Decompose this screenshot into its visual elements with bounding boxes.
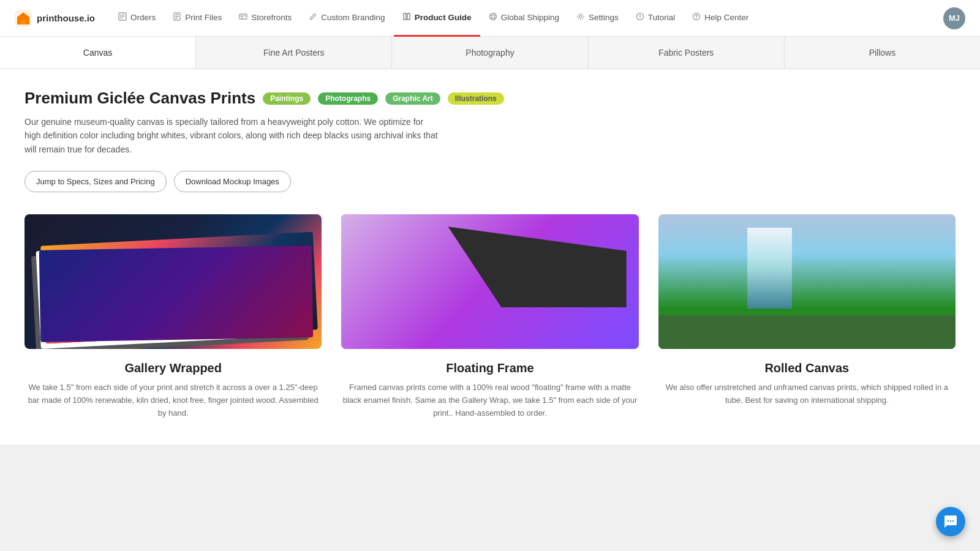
global-shipping-icon xyxy=(489,12,497,23)
card-floating-frame: Floating Frame Framed canvas prints come… xyxy=(341,214,638,419)
card-image-floating-frame xyxy=(341,214,638,349)
nav-tutorial[interactable]: Tutorial xyxy=(627,0,684,37)
page-title: Premium Giclée Canvas Prints xyxy=(24,89,255,108)
cards-grid: Gallery Wrapped We take 1.5" from each s… xyxy=(24,214,956,419)
card-gallery-wrapped: Gallery Wrapped We take 1.5" from each s… xyxy=(24,214,322,419)
jump-specs-button[interactable]: Jump to Specs, Sizes and Pricing xyxy=(24,171,167,192)
nav-settings[interactable]: Settings xyxy=(568,0,627,37)
svg-point-21 xyxy=(696,18,697,18)
nav-global-shipping[interactable]: Global Shipping xyxy=(480,0,568,37)
badge-photographs: Photographs xyxy=(318,92,378,105)
tutorial-icon xyxy=(636,12,644,23)
avatar[interactable]: MJ xyxy=(943,7,965,29)
svg-point-17 xyxy=(579,15,582,18)
canvas-stack-visual xyxy=(24,214,322,349)
custom-branding-icon xyxy=(309,12,317,23)
download-mockup-button[interactable]: Download Mockup Images xyxy=(174,171,291,192)
orders-icon xyxy=(118,12,127,23)
logo[interactable]: printhouse.io xyxy=(15,10,95,27)
floating-frame-visual xyxy=(341,214,638,349)
card-title-floating-frame: Floating Frame xyxy=(446,361,533,375)
top-navigation: printhouse.io Orders Print Files Storefr… xyxy=(0,0,980,37)
storefronts-icon xyxy=(239,12,247,23)
svg-rect-9 xyxy=(175,18,178,19)
main-content: Premium Giclée Canvas Prints Paintings P… xyxy=(0,69,980,444)
card-image-rolled-canvas xyxy=(658,214,956,349)
settings-icon xyxy=(576,12,585,23)
tab-fine-art-posters[interactable]: Fine Art Posters xyxy=(196,37,392,69)
tab-fabric-posters[interactable]: Fabric Posters xyxy=(589,37,785,69)
svg-point-14 xyxy=(491,13,494,20)
svg-rect-1 xyxy=(21,20,26,24)
tab-photography[interactable]: Photography xyxy=(392,37,588,69)
badge-illustrations: Illustrations xyxy=(448,92,504,105)
svg-rect-8 xyxy=(175,16,179,17)
product-description: Our genuine museum-quality canvas is spe… xyxy=(24,115,441,156)
badge-graphic-art: Graphic Art xyxy=(385,92,440,105)
logo-icon xyxy=(15,10,32,27)
nav-print-files[interactable]: Print Files xyxy=(164,0,230,37)
svg-rect-7 xyxy=(175,14,179,15)
card-title-gallery-wrapped: Gallery Wrapped xyxy=(124,361,222,375)
svg-point-19 xyxy=(639,18,640,18)
print-files-icon xyxy=(173,12,181,23)
nav-orders[interactable]: Orders xyxy=(110,0,164,37)
nav-product-guide[interactable]: Product Guide xyxy=(394,0,480,37)
card-desc-gallery-wrapped: We take 1.5" from each side of your prin… xyxy=(24,381,322,419)
card-desc-floating-frame: Framed canvas prints come with a 100% re… xyxy=(341,381,638,419)
tab-pillows[interactable]: Pillows xyxy=(785,37,980,69)
product-guide-icon xyxy=(402,12,411,23)
card-image-gallery-wrapped xyxy=(24,214,322,349)
nav-links: Orders Print Files Storefronts Custom Br… xyxy=(110,0,943,37)
title-row: Premium Giclée Canvas Prints Paintings P… xyxy=(24,89,956,108)
card-title-rolled-canvas: Rolled Canvas xyxy=(764,361,849,375)
nav-help-center[interactable]: Help Center xyxy=(684,0,757,37)
nav-storefronts[interactable]: Storefronts xyxy=(230,0,300,37)
action-buttons: Jump to Specs, Sizes and Pricing Downloa… xyxy=(24,171,956,192)
badge-paintings: Paintings xyxy=(263,92,311,105)
product-tabs: Canvas Fine Art Posters Photography Fabr… xyxy=(0,37,980,69)
card-rolled-canvas: Rolled Canvas We also offer unstretched … xyxy=(658,214,956,419)
tab-canvas[interactable]: Canvas xyxy=(0,37,196,69)
waterfall-visual xyxy=(658,214,956,349)
svg-rect-10 xyxy=(239,14,247,19)
help-center-icon xyxy=(692,12,701,23)
card-desc-rolled-canvas: We also offer unstretched and unframed c… xyxy=(658,381,956,407)
nav-right: MJ xyxy=(943,7,965,29)
svg-point-13 xyxy=(489,13,496,20)
nav-custom-branding[interactable]: Custom Branding xyxy=(300,0,393,37)
